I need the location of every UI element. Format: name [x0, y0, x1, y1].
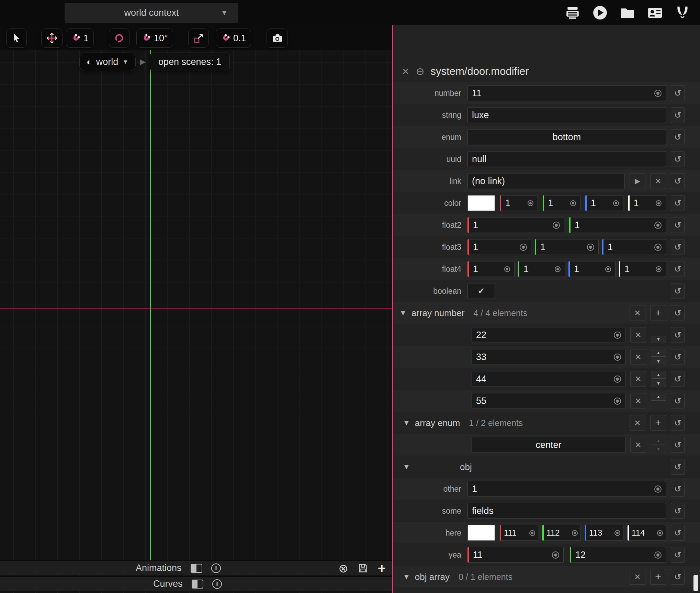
some-input[interactable]: fields: [467, 503, 666, 519]
other-input[interactable]: 1: [467, 481, 666, 497]
reset-button[interactable]: [671, 525, 685, 541]
drag-dial-icon[interactable]: [555, 266, 561, 272]
color-swatch[interactable]: [467, 525, 495, 541]
reset-button[interactable]: [671, 371, 685, 387]
color-r-input[interactable]: 1: [500, 195, 538, 211]
drag-dial-icon[interactable]: [553, 222, 560, 229]
array-item-input[interactable]: 22: [472, 327, 625, 343]
drag-dial-icon[interactable]: [657, 530, 663, 536]
printer-icon[interactable]: [564, 4, 581, 21]
here-r-input[interactable]: 111: [500, 525, 538, 541]
move-up-icon[interactable]: [651, 349, 666, 357]
drag-dial-icon[interactable]: [614, 530, 620, 536]
clear-link-button[interactable]: [650, 173, 666, 189]
reset-button[interactable]: [671, 107, 685, 123]
enum-select[interactable]: bottom: [467, 129, 666, 145]
snap-scale-button[interactable]: 0.1: [216, 29, 251, 48]
drag-dial-icon[interactable]: [528, 200, 533, 206]
float3-x-input[interactable]: 1: [467, 239, 531, 255]
reset-button[interactable]: [671, 85, 685, 101]
array-item-input[interactable]: 55: [472, 393, 625, 409]
panel-toggle-icon[interactable]: [212, 579, 222, 589]
reset-button[interactable]: [671, 437, 685, 453]
uuid-input[interactable]: null: [467, 151, 666, 167]
drag-dial-icon[interactable]: [613, 200, 619, 206]
scene-context-dropdown[interactable]: ◐ world ▼: [79, 53, 136, 71]
move-up-icon[interactable]: [651, 437, 666, 445]
move-down-icon[interactable]: [651, 380, 666, 388]
drag-dial-icon[interactable]: [654, 485, 662, 493]
collapse-triangle-icon[interactable]: [403, 573, 410, 581]
drag-dial-icon[interactable]: [605, 266, 611, 272]
drag-dial-icon[interactable]: [504, 266, 510, 272]
collapse-icon[interactable]: ⊖: [416, 66, 424, 77]
rotate-tool-button[interactable]: [109, 29, 129, 48]
move-up-icon[interactable]: [651, 393, 666, 401]
float4-x-input[interactable]: 1: [467, 261, 515, 277]
float4-y-input[interactable]: 1: [518, 261, 565, 277]
drag-dial-icon[interactable]: [614, 354, 621, 361]
reset-button[interactable]: [671, 393, 685, 409]
remove-element-button[interactable]: [630, 437, 646, 453]
close-icon[interactable]: ✕: [402, 66, 409, 77]
float4-w-input[interactable]: 1: [619, 261, 666, 277]
play-button[interactable]: [591, 4, 609, 21]
here-a-input[interactable]: 114: [628, 525, 666, 541]
reset-button[interactable]: [671, 239, 685, 255]
reset-button[interactable]: [671, 261, 685, 277]
folder-icon[interactable]: [619, 4, 636, 21]
float4-z-input[interactable]: 1: [568, 261, 616, 277]
contacts-card-icon[interactable]: [646, 4, 664, 21]
reset-button[interactable]: [671, 327, 685, 343]
drag-dial-icon[interactable]: [570, 200, 576, 206]
world-context-dropdown[interactable]: world context ▼: [65, 3, 238, 23]
float3-y-input[interactable]: 1: [535, 239, 599, 255]
reset-button[interactable]: [671, 569, 685, 585]
here-g-input[interactable]: 112: [542, 525, 581, 541]
drag-dial-icon[interactable]: [587, 244, 594, 251]
enum-item-select[interactable]: center: [472, 437, 625, 453]
reset-button[interactable]: [671, 305, 685, 321]
panel-dock-icon[interactable]: [192, 580, 203, 589]
add-animation-icon[interactable]: +: [378, 561, 386, 575]
remove-element-button[interactable]: [630, 393, 646, 409]
panel-toggle-icon[interactable]: [211, 563, 221, 573]
scene-viewport[interactable]: 1 10° 0.1 ◐ world ▼ ▶ open scenes: 1: [0, 25, 392, 593]
scale-tool-button[interactable]: [188, 29, 209, 48]
link-input[interactable]: (no link): [467, 173, 625, 189]
array-item-input[interactable]: 33: [472, 349, 625, 365]
panel-dock-icon[interactable]: [191, 564, 202, 573]
color-g-input[interactable]: 1: [543, 195, 581, 211]
here-b-input[interactable]: 113: [585, 525, 623, 541]
float2-y-input[interactable]: 1: [569, 217, 666, 233]
color-a-input[interactable]: 1: [628, 195, 666, 211]
reset-button[interactable]: [671, 283, 685, 299]
drag-dial-icon[interactable]: [520, 244, 527, 251]
reset-button[interactable]: [671, 459, 685, 475]
drag-dial-icon[interactable]: [614, 376, 621, 383]
remove-element-button[interactable]: [630, 327, 646, 343]
select-tool-button[interactable]: [6, 29, 27, 48]
reset-button[interactable]: [671, 217, 685, 233]
color-swatch[interactable]: [467, 195, 495, 211]
collapse-triangle-icon[interactable]: [403, 419, 410, 427]
move-up-icon[interactable]: [651, 371, 666, 379]
panel-splitter[interactable]: [392, 25, 393, 593]
clear-array-button[interactable]: [630, 415, 645, 431]
reset-button[interactable]: [671, 503, 685, 519]
collapse-triangle-icon[interactable]: [399, 309, 407, 317]
drag-dial-icon[interactable]: [529, 530, 535, 536]
color-b-input[interactable]: 1: [585, 195, 623, 211]
reset-button[interactable]: [671, 415, 685, 431]
add-element-button[interactable]: [650, 415, 666, 431]
goto-link-button[interactable]: [630, 173, 645, 189]
yea-x-input[interactable]: 11: [467, 547, 564, 563]
remove-element-button[interactable]: [630, 349, 646, 365]
drag-dial-icon[interactable]: [656, 266, 662, 272]
drag-dial-icon[interactable]: [654, 222, 662, 229]
reset-button[interactable]: [671, 547, 685, 563]
drag-dial-icon[interactable]: [654, 244, 662, 251]
collapse-triangle-icon[interactable]: [403, 463, 410, 471]
move-down-icon[interactable]: [651, 358, 666, 366]
reset-button[interactable]: [671, 151, 685, 167]
